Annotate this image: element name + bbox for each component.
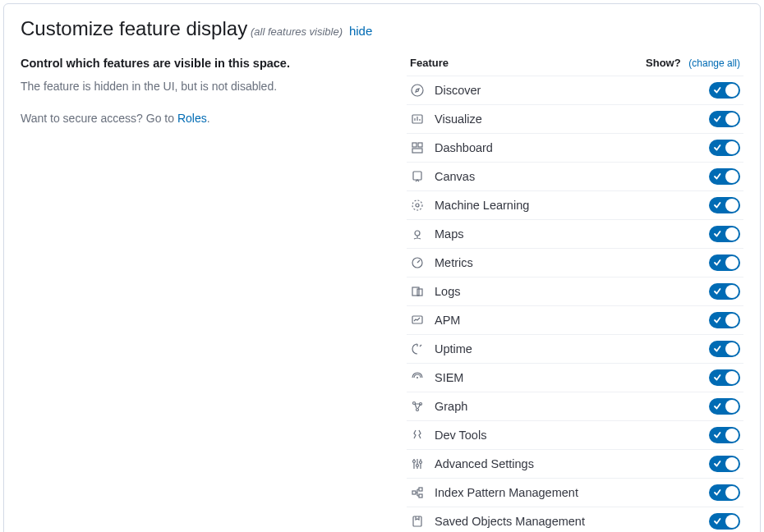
- feature-row: Machine Learning: [407, 190, 743, 219]
- feature-label: APM: [435, 314, 699, 327]
- col-feature-header: Feature: [410, 57, 449, 69]
- discover-icon: [410, 83, 425, 98]
- feature-row: Dashboard: [407, 133, 743, 162]
- feature-list: DiscoverVisualizeDashboardCanvasMachine …: [407, 76, 743, 532]
- feature-label: Maps: [435, 227, 699, 241]
- canvas-icon: [410, 169, 425, 184]
- advanced-icon: [410, 456, 425, 471]
- feature-row: Index Pattern Management: [407, 478, 743, 507]
- feature-toggle[interactable]: [709, 484, 740, 501]
- feature-row: Graph: [407, 392, 743, 420]
- feature-toggle[interactable]: [709, 398, 740, 415]
- graph-icon: [410, 399, 425, 414]
- feature-label: Uptime: [435, 342, 699, 355]
- feature-toggle[interactable]: [709, 226, 740, 242]
- feature-label: Advanced Settings: [435, 457, 699, 470]
- feature-row: Logs: [407, 277, 743, 305]
- feature-label: Index Pattern Management: [435, 486, 699, 499]
- feature-label: Saved Objects Management: [435, 515, 699, 528]
- feature-row: Maps: [407, 219, 743, 248]
- description-help-text: The feature is hidden in the UI, but is …: [21, 78, 374, 95]
- feature-label: Machine Learning: [435, 199, 699, 212]
- ml-icon: [410, 198, 425, 213]
- feature-label: Visualize: [435, 112, 699, 126]
- panel-subtitle: (all features visible): [251, 25, 343, 38]
- feature-label: Canvas: [435, 170, 699, 183]
- feature-label: Dashboard: [435, 141, 699, 154]
- feature-table: Feature Show? (change all) DiscoverVisua…: [407, 57, 743, 532]
- feature-row: Discover: [407, 76, 743, 104]
- customize-feature-panel: Customize feature display (all features …: [3, 3, 761, 532]
- feature-label: Logs: [435, 285, 699, 298]
- metrics-icon: [410, 255, 425, 270]
- feature-toggle[interactable]: [709, 312, 740, 328]
- feature-toggle[interactable]: [709, 168, 740, 185]
- panel-title: Customize feature display: [21, 17, 247, 39]
- dashboard-icon: [410, 140, 425, 155]
- feature-row: Visualize: [407, 104, 743, 133]
- uptime-icon: [410, 342, 425, 356]
- feature-label: SIEM: [435, 371, 699, 384]
- visualize-icon: [410, 112, 425, 126]
- feature-row: Canvas: [407, 162, 743, 190]
- feature-row: Metrics: [407, 248, 743, 277]
- feature-toggle[interactable]: [709, 427, 740, 443]
- feature-toggle[interactable]: [709, 369, 740, 386]
- description-heading: Control which features are visible in th…: [21, 57, 374, 70]
- feature-label: Discover: [435, 84, 699, 97]
- table-header: Feature Show? (change all): [407, 57, 743, 76]
- feature-row: SIEM: [407, 363, 743, 392]
- maps-icon: [410, 227, 425, 241]
- feature-row: Uptime: [407, 334, 743, 363]
- apm-icon: [410, 313, 425, 328]
- saved-icon: [410, 514, 425, 529]
- feature-toggle[interactable]: [709, 197, 740, 213]
- feature-toggle[interactable]: [709, 341, 740, 357]
- secure-access-line: Want to secure access? Go to Roles.: [21, 110, 374, 127]
- feature-row: Dev Tools: [407, 420, 743, 449]
- secure-suffix: .: [207, 112, 210, 125]
- feature-label: Metrics: [435, 256, 699, 269]
- feature-row: Saved Objects Management: [407, 507, 743, 532]
- feature-toggle[interactable]: [709, 82, 740, 99]
- panel-header: Customize feature display (all features …: [21, 17, 743, 40]
- devtools-icon: [410, 428, 425, 443]
- feature-toggle[interactable]: [709, 255, 740, 271]
- feature-label: Graph: [435, 400, 699, 413]
- feature-label: Dev Tools: [435, 429, 699, 442]
- description-column: Control which features are visible in th…: [21, 57, 374, 532]
- feature-toggle[interactable]: [709, 283, 740, 300]
- feature-row: Advanced Settings: [407, 449, 743, 478]
- index-icon: [410, 485, 425, 500]
- col-show-header: Show? (change all): [646, 57, 740, 69]
- change-all-link[interactable]: (change all): [688, 57, 740, 69]
- roles-link[interactable]: Roles: [177, 112, 207, 125]
- feature-toggle[interactable]: [709, 456, 740, 472]
- feature-toggle[interactable]: [709, 111, 740, 127]
- feature-toggle[interactable]: [709, 140, 740, 156]
- siem-icon: [410, 370, 425, 385]
- logs-icon: [410, 284, 425, 299]
- secure-prefix: Want to secure access? Go to: [21, 112, 177, 125]
- hide-link[interactable]: hide: [349, 24, 372, 38]
- feature-toggle[interactable]: [709, 513, 740, 530]
- feature-row: APM: [407, 305, 743, 334]
